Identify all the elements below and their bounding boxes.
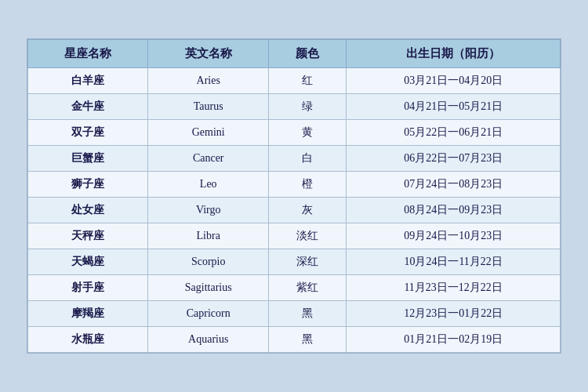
cell-color: 淡红 (268, 223, 346, 249)
cell-english-name: Aries (148, 68, 268, 94)
cell-dates: 06月22日一07月23日 (347, 146, 561, 172)
header-english-name: 英文名称 (148, 40, 268, 68)
cell-dates: 10月24日一11月22日 (347, 249, 561, 275)
table-row: 巨蟹座Cancer白06月22日一07月23日 (28, 146, 561, 172)
cell-english-name: Sagittarius (148, 275, 268, 301)
table-row: 天秤座Libra淡红09月24日一10月23日 (28, 223, 561, 249)
cell-dates: 09月24日一10月23日 (347, 223, 561, 249)
cell-chinese-name: 射手座 (28, 275, 148, 301)
cell-english-name: Taurus (148, 94, 268, 120)
cell-dates: 03月21日一04月20日 (347, 68, 561, 94)
cell-chinese-name: 处女座 (28, 198, 148, 223)
table-row: 狮子座Leo橙07月24日一08月23日 (28, 172, 561, 198)
zodiac-table-container: 星座名称 英文名称 颜色 出生日期（阳历） 白羊座Aries红03月21日一04… (27, 38, 561, 354)
cell-dates: 11月23日一12月22日 (347, 275, 561, 301)
cell-english-name: Virgo (148, 198, 268, 223)
cell-dates: 01月21日一02月19日 (347, 327, 561, 353)
cell-english-name: Cancer (148, 146, 268, 172)
cell-english-name: Libra (148, 223, 268, 249)
cell-chinese-name: 天蝎座 (28, 249, 148, 275)
table-row: 双子座Gemini黄05月22日一06月21日 (28, 120, 561, 146)
table-row: 射手座Sagittarius紫红11月23日一12月22日 (28, 275, 561, 301)
cell-chinese-name: 摩羯座 (28, 301, 148, 327)
cell-color: 绿 (268, 94, 346, 120)
cell-chinese-name: 天秤座 (28, 223, 148, 249)
table-row: 金牛座Taurus绿04月21日一05月21日 (28, 94, 561, 120)
cell-dates: 07月24日一08月23日 (347, 172, 561, 198)
table-row: 白羊座Aries红03月21日一04月20日 (28, 68, 561, 94)
cell-color: 黄 (268, 120, 346, 146)
table-row: 水瓶座Aquarius黑01月21日一02月19日 (28, 327, 561, 353)
cell-english-name: Gemini (148, 120, 268, 146)
header-dates: 出生日期（阳历） (347, 40, 561, 68)
cell-chinese-name: 狮子座 (28, 172, 148, 198)
cell-color: 橙 (268, 172, 346, 198)
cell-color: 深红 (268, 249, 346, 275)
cell-color: 紫红 (268, 275, 346, 301)
cell-dates: 04月21日一05月21日 (347, 94, 561, 120)
table-row: 摩羯座Capricorn黑12月23日一01月22日 (28, 301, 561, 327)
cell-chinese-name: 双子座 (28, 120, 148, 146)
cell-color: 黑 (268, 301, 346, 327)
cell-dates: 08月24日一09月23日 (347, 198, 561, 223)
cell-chinese-name: 水瓶座 (28, 327, 148, 353)
cell-english-name: Capricorn (148, 301, 268, 327)
table-body: 白羊座Aries红03月21日一04月20日金牛座Taurus绿04月21日一0… (28, 68, 561, 353)
header-chinese-name: 星座名称 (28, 40, 148, 68)
cell-color: 灰 (268, 198, 346, 223)
cell-color: 黑 (268, 327, 346, 353)
zodiac-table: 星座名称 英文名称 颜色 出生日期（阳历） 白羊座Aries红03月21日一04… (27, 39, 561, 353)
table-row: 天蝎座Scorpio深红10月24日一11月22日 (28, 249, 561, 275)
cell-chinese-name: 巨蟹座 (28, 146, 148, 172)
cell-english-name: Leo (148, 172, 268, 198)
cell-chinese-name: 金牛座 (28, 94, 148, 120)
cell-english-name: Aquarius (148, 327, 268, 353)
header-color: 颜色 (268, 40, 346, 68)
cell-chinese-name: 白羊座 (28, 68, 148, 94)
table-header-row: 星座名称 英文名称 颜色 出生日期（阳历） (28, 40, 561, 68)
cell-dates: 12月23日一01月22日 (347, 301, 561, 327)
cell-color: 红 (268, 68, 346, 94)
cell-dates: 05月22日一06月21日 (347, 120, 561, 146)
cell-english-name: Scorpio (148, 249, 268, 275)
table-row: 处女座Virgo灰08月24日一09月23日 (28, 198, 561, 223)
cell-color: 白 (268, 146, 346, 172)
